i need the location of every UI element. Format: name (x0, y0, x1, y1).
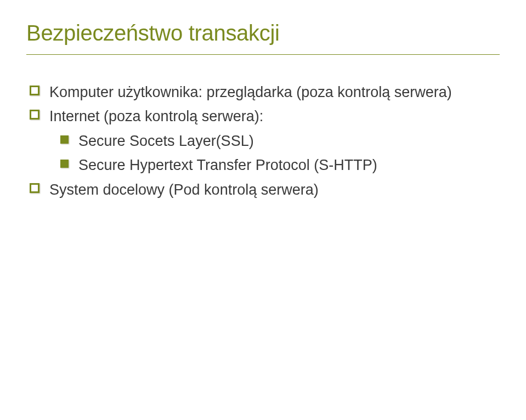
square-fill-bullet-icon (60, 160, 69, 168)
list-item-text: Komputer użytkownika: przeglądarka (poza… (49, 82, 452, 102)
list-item: Komputer użytkownika: przeglądarka (poza… (30, 82, 500, 102)
title-underline (26, 54, 500, 55)
list-item-text: System docelowy (Pod kontrolą serwera) (49, 180, 319, 200)
list-item: Internet (poza kontrolą serwera): (30, 106, 500, 126)
slide-title: Bezpieczeństwo transakcji (26, 21, 500, 46)
list-item: System docelowy (Pod kontrolą serwera) (30, 180, 500, 200)
square-bullet-icon (30, 183, 39, 193)
square-bullet-icon (30, 86, 39, 95)
square-bullet-icon (30, 110, 39, 120)
square-fill-bullet-icon (60, 135, 69, 144)
list-item-text: Secure Hypertext Transfer Protocol (S-HT… (78, 155, 377, 175)
list-item: Secure Hypertext Transfer Protocol (S-HT… (60, 155, 500, 175)
bullet-list: Komputer użytkownika: przeglądarka (poza… (26, 82, 500, 200)
list-item: Secure Socets Layer(SSL) (60, 131, 500, 151)
list-item-text: Internet (poza kontrolą serwera): (49, 106, 263, 126)
list-item-text: Secure Socets Layer(SSL) (78, 131, 254, 151)
